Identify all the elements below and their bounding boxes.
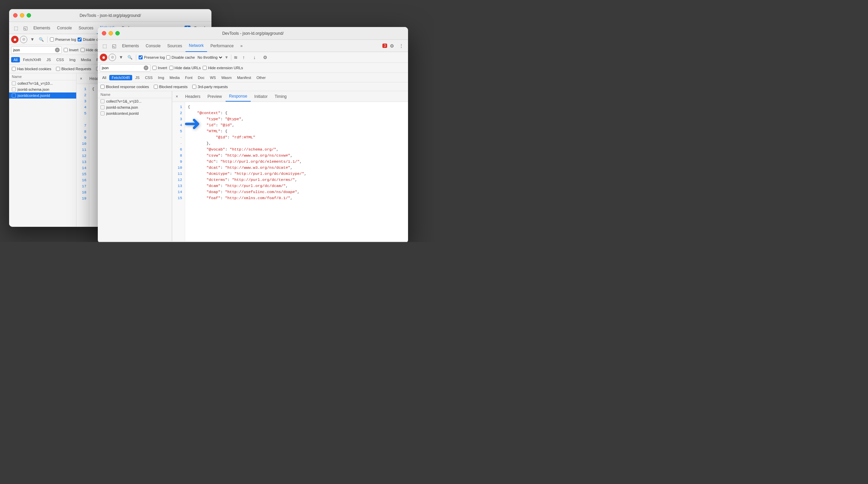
front-invert-check[interactable] xyxy=(152,66,156,70)
back-line-1[interactable]: 1 xyxy=(77,86,89,92)
back-minimize-btn[interactable] xyxy=(20,13,24,18)
back-line-10[interactable]: 10 xyxy=(77,141,89,147)
back-blocked-cookies-label[interactable]: Has blocked cookies xyxy=(12,67,51,71)
back-line-4[interactable]: 4 xyxy=(77,104,89,110)
front-record-btn[interactable]: ⏺ xyxy=(100,54,107,61)
front-inspect-icon[interactable]: ⬚ xyxy=(100,41,109,51)
front-tab-elements[interactable]: Elements xyxy=(119,40,142,52)
back-chip-img[interactable]: Img xyxy=(67,57,78,62)
back-disable-cache-check[interactable] xyxy=(78,37,82,42)
front-file-1[interactable]: collect?v=1&_v=j10... xyxy=(98,98,172,104)
back-line-5[interactable]: 5 xyxy=(77,110,89,116)
front-panel-preview[interactable]: Preview xyxy=(204,91,226,102)
front-line-1[interactable]: 1 xyxy=(172,104,185,110)
back-file-1[interactable]: collect?v=1&_v=j10... xyxy=(9,80,76,86)
back-inspect-icon[interactable]: ⬚ xyxy=(11,23,21,33)
back-filter-btn[interactable]: ▼ xyxy=(29,36,36,43)
front-chip-manifest[interactable]: Manifest xyxy=(235,75,254,80)
front-chip-other[interactable]: Other xyxy=(254,75,268,80)
back-file-3-check[interactable] xyxy=(12,93,16,98)
back-chip-js[interactable]: JS xyxy=(44,57,53,62)
front-chip-wasm[interactable]: Wasm xyxy=(219,75,234,80)
front-third-party-label[interactable]: 3rd-party requests xyxy=(192,85,228,89)
back-line-12[interactable]: 12 xyxy=(77,153,89,159)
back-panel-close[interactable]: × xyxy=(77,74,86,84)
front-chip-ws[interactable]: WS xyxy=(207,75,218,80)
back-maximize-btn[interactable] xyxy=(27,13,31,18)
front-blocked-cookies-label[interactable]: Blocked response cookies xyxy=(100,85,149,89)
back-file-3[interactable]: jsonldcontext.jsonld xyxy=(9,92,76,99)
front-upload-icon[interactable]: ↑ xyxy=(239,53,249,62)
front-clear-btn[interactable]: ⊘ xyxy=(109,54,116,61)
back-line-16[interactable]: 16 xyxy=(77,177,89,183)
back-tab-elements[interactable]: Elements xyxy=(30,22,54,34)
front-more-btn[interactable]: ⋮ xyxy=(397,41,406,51)
front-panel-timing[interactable]: Timing xyxy=(271,91,290,102)
back-line-19[interactable]: 19 xyxy=(77,195,89,201)
back-preserve-log-check[interactable] xyxy=(50,37,54,42)
back-line-7[interactable]: 7 xyxy=(77,123,89,129)
back-line-6[interactable] xyxy=(77,116,89,123)
back-invert-check[interactable] xyxy=(64,48,68,52)
back-line-17[interactable]: 17 xyxy=(77,183,89,189)
front-blocked-req-label[interactable]: Blocked requests xyxy=(154,85,187,89)
back-hide-data-check[interactable] xyxy=(81,48,85,52)
front-tab-network[interactable]: Network xyxy=(185,40,207,52)
back-chip-fetch[interactable]: Fetch/XHR xyxy=(21,57,44,62)
back-chip-media[interactable]: Media xyxy=(79,57,93,62)
front-blocked-req-check[interactable] xyxy=(154,85,158,89)
back-blocked-cookies-check[interactable] xyxy=(12,67,16,71)
front-preserve-log-check[interactable] xyxy=(139,55,143,59)
front-chip-img[interactable]: Img xyxy=(156,75,167,80)
front-chip-fetch[interactable]: Fetch/XHR xyxy=(109,75,132,80)
front-line-11[interactable]: 11 xyxy=(172,171,185,177)
front-search-input[interactable] xyxy=(102,66,142,70)
front-line-2[interactable]: 2 xyxy=(172,110,185,116)
back-clear-btn[interactable]: ⊘ xyxy=(20,36,27,43)
front-file-2-check[interactable] xyxy=(100,105,105,109)
front-device-icon[interactable]: ◱ xyxy=(109,41,119,51)
back-file-1-check[interactable] xyxy=(12,81,16,85)
front-line-8[interactable]: 8 xyxy=(172,153,185,159)
front-line-13[interactable]: 13 xyxy=(172,183,185,189)
front-chip-all[interactable]: All xyxy=(100,75,109,80)
front-blocked-cookies-check[interactable] xyxy=(100,85,105,89)
front-line-12[interactable]: 12 xyxy=(172,177,185,183)
front-line-9[interactable]: 9 xyxy=(172,159,185,165)
front-tab-sources[interactable]: Sources xyxy=(164,40,185,52)
back-line-2[interactable]: 2 xyxy=(77,92,89,98)
back-line-3[interactable]: 3 xyxy=(77,98,89,104)
front-chip-doc[interactable]: Doc xyxy=(196,75,207,80)
front-preserve-log-label[interactable]: Preserve log xyxy=(139,55,165,59)
front-file-3[interactable]: jsonldcontext.jsonld xyxy=(98,110,172,116)
front-line-10[interactable]: 10 xyxy=(172,165,185,171)
front-chip-font[interactable]: Font xyxy=(183,75,195,80)
front-panel-response[interactable]: Response xyxy=(226,91,251,102)
front-line-4[interactable]: 4 xyxy=(172,122,185,128)
front-panel-initiator[interactable]: Initiator xyxy=(251,91,271,102)
front-line-14[interactable]: 14 xyxy=(172,189,185,195)
front-pretty-print-btn[interactable]: {} xyxy=(145,242,154,242)
front-disable-cache-label[interactable]: Disable cache xyxy=(166,55,195,59)
front-throttle-select[interactable]: No throttling xyxy=(196,55,223,60)
front-chip-media[interactable]: Media xyxy=(167,75,182,80)
front-gear-btn[interactable]: ⚙ xyxy=(387,41,397,51)
front-panel-headers[interactable]: Headers xyxy=(182,91,204,102)
front-invert-label[interactable]: Invert xyxy=(152,66,167,70)
front-hide-data-check[interactable] xyxy=(169,66,173,70)
front-tab-more[interactable]: » xyxy=(237,40,246,52)
front-line-6[interactable]: 6 xyxy=(172,146,185,153)
front-hide-ext-label[interactable]: Hide extension URLs xyxy=(203,66,243,70)
back-file-2-check[interactable] xyxy=(12,87,16,91)
front-search-btn[interactable]: 🔍 xyxy=(126,54,134,61)
front-tab-console[interactable]: Console xyxy=(142,40,164,52)
front-file-2[interactable]: jsonld-schema.json xyxy=(98,104,172,110)
front-panel-close[interactable]: × xyxy=(172,91,182,102)
back-file-2[interactable]: jsonld-schema.json xyxy=(9,86,76,92)
front-line-15[interactable]: 15 xyxy=(172,195,185,201)
back-line-8[interactable]: 8 xyxy=(77,129,89,135)
front-download-icon[interactable]: ↓ xyxy=(250,53,259,62)
front-close-btn[interactable] xyxy=(102,31,106,35)
back-line-13[interactable]: 13 xyxy=(77,159,89,165)
front-hide-data-label[interactable]: Hide data URLs xyxy=(169,66,201,70)
